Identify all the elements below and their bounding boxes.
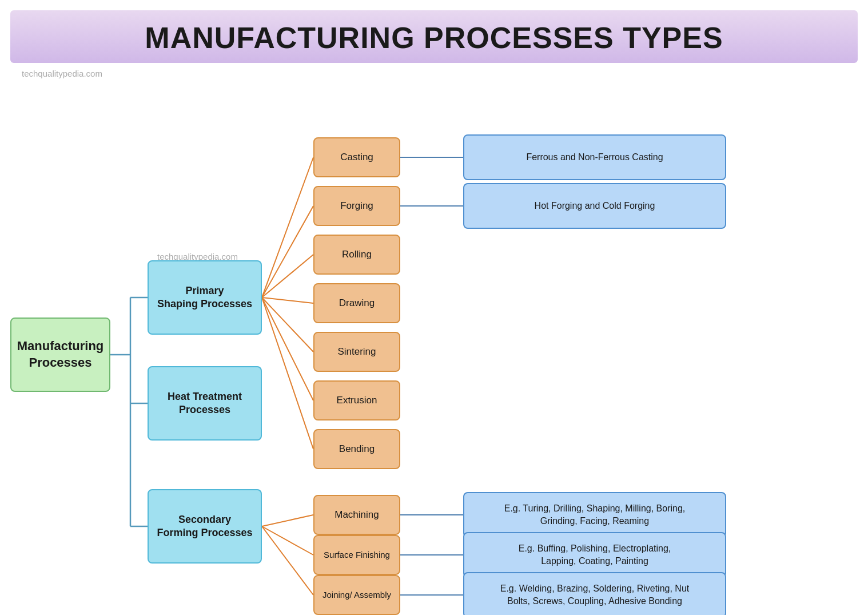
- svg-line-15: [262, 526, 313, 555]
- svg-line-16: [262, 526, 313, 595]
- primary-shaping-box: Primary Shaping Processes: [148, 260, 262, 335]
- sintering-box: Sintering: [313, 332, 400, 372]
- svg-line-6: [262, 206, 313, 297]
- page-title: MANUFACTURING PROCESSES TYPES: [10, 21, 858, 55]
- surface-finishing-box: Surface Finishing: [313, 535, 400, 575]
- casting-detail-box: Ferrous and Non-Ferrous Casting: [463, 134, 726, 180]
- secondary-forming-box: Secondary Forming Processes: [148, 489, 262, 564]
- drawing-box: Drawing: [313, 283, 400, 323]
- forging-detail-box: Hot Forging and Cold Forging: [463, 183, 726, 229]
- joining-assembly-box: Joining/ Assembly: [313, 575, 400, 615]
- forging-box: Forging: [313, 186, 400, 226]
- svg-line-5: [262, 157, 313, 297]
- bending-box: Bending: [313, 429, 400, 469]
- diagram: Manufacturing Processes Primary Shaping …: [0, 63, 868, 615]
- svg-line-10: [262, 297, 313, 400]
- rolling-box: Rolling: [313, 235, 400, 275]
- surface-detail-box: E.g. Buffing, Polishing, Electroplating,…: [463, 532, 726, 578]
- svg-line-14: [262, 515, 313, 526]
- svg-line-11: [262, 297, 313, 449]
- machining-box: Machining: [313, 495, 400, 535]
- casting-box: Casting: [313, 137, 400, 177]
- joining-detail-box: E.g. Welding, Brazing, Soldering, Riveti…: [463, 572, 726, 615]
- connector-lines: [0, 63, 868, 615]
- heat-treatment-box: Heat Treatment Processes: [148, 366, 262, 441]
- svg-line-8: [262, 297, 313, 303]
- machining-detail-box: E.g. Turing, Drilling, Shaping, Milling,…: [463, 492, 726, 538]
- extrusion-box: Extrusion: [313, 380, 400, 420]
- title-bar: MANUFACTURING PROCESSES TYPES: [10, 10, 858, 63]
- svg-line-9: [262, 297, 313, 352]
- manufacturing-box: Manufacturing Processes: [10, 318, 110, 392]
- svg-line-7: [262, 255, 313, 297]
